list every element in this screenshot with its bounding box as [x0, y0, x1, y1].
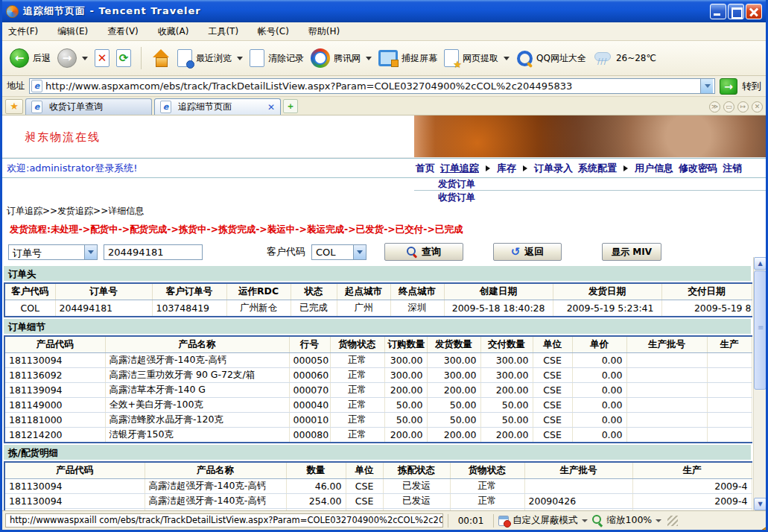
forward-button[interactable]: →	[57, 48, 88, 68]
chevron-down-icon[interactable]	[656, 519, 661, 522]
table-cell: 高露洁超强牙膏-140克-高钙	[145, 478, 286, 493]
block-mode-control[interactable]: 自定义屏蔽模式	[498, 514, 588, 527]
customer-code-select[interactable]: COL	[311, 244, 366, 260]
nav-item[interactable]: 首页	[416, 162, 435, 175]
zoom-control[interactable]: 缩放100%	[592, 514, 662, 527]
site-brand: 昶东物流在线	[25, 130, 101, 145]
stop-button[interactable]: ✕	[95, 49, 110, 67]
table-cell: 000060	[289, 367, 330, 382]
block-mode-icon	[498, 516, 509, 526]
chevron-down-icon[interactable]	[353, 245, 366, 259]
refresh-button[interactable]: ⟳	[116, 49, 131, 67]
table-cell: 高露洁蜂胶水晶牙膏-120克	[105, 412, 289, 427]
tab-track-detail[interactable]: e 追踪细节页面 ✕	[154, 98, 281, 115]
qq-nav-button[interactable]: QQ网址大全	[516, 50, 586, 66]
capture-screen-button[interactable]: 捕捉屏幕	[378, 50, 437, 66]
column-header: 状态	[291, 283, 337, 300]
menu-file[interactable]: 文件(F)	[8, 25, 38, 38]
vertical-scrollbar[interactable]: ▲ ▼	[753, 257, 766, 510]
tab-receive-order-query[interactable]: e 收货订单查询	[25, 98, 152, 115]
pick-detail-table: 产品代码产品名称数量单位拣配状态货物状态生产批号生产181130094高露洁超强…	[4, 461, 752, 511]
resize-grip[interactable]	[667, 516, 678, 526]
table-row: COL204494181103748419广州新仓已完成广州深圳2009-5-1…	[4, 300, 752, 317]
nav-item[interactable]: 注销	[723, 162, 742, 175]
scroll-down-icon[interactable]: ▼	[754, 498, 766, 510]
subnav-receive-orders[interactable]: 收货订单	[438, 191, 475, 203]
menu-view[interactable]: 查看(V)	[107, 25, 139, 38]
order-type-select[interactable]: 订单号	[8, 244, 98, 260]
window-list-icon[interactable]: ▭	[723, 101, 734, 113]
recent-history-button[interactable]: 最近浏览	[177, 49, 243, 67]
close-tab-icon[interactable]: ✕	[267, 102, 275, 113]
table-cell: CSE	[533, 367, 572, 382]
chevron-down-icon[interactable]	[582, 519, 588, 522]
table-cell: 50.00	[427, 412, 480, 427]
table-row: 181130094高露洁超强牙膏-140克-高钙46.00CSE已发运正常200…	[4, 478, 752, 493]
column-header: 订单号	[55, 283, 152, 300]
maximize-button[interactable]	[728, 4, 744, 19]
scroll-up-icon[interactable]: ▲	[754, 257, 766, 270]
dock-tab-icon[interactable]: ↦	[737, 101, 749, 113]
query-button[interactable]: 查询	[384, 243, 463, 261]
address-dropdown-button[interactable]	[700, 79, 713, 93]
menu-help[interactable]: 帮助(H)	[308, 25, 340, 38]
table-cell: 300.00	[286, 508, 346, 510]
stop-icon: ✕	[95, 49, 110, 67]
table-cell: 0.00	[572, 397, 626, 412]
table-cell: 2009-4	[632, 478, 752, 493]
minimize-button[interactable]	[710, 4, 726, 19]
back-button[interactable]: ← 后退	[10, 48, 51, 68]
table-cell: 0.00	[572, 427, 626, 443]
new-tab-button[interactable]: ＋	[283, 99, 298, 113]
menu-tools[interactable]: 工具(T)	[208, 25, 238, 38]
column-header: 交付日期	[661, 283, 752, 300]
table-cell: 181130094	[4, 478, 145, 493]
chevron-down-icon[interactable]	[84, 245, 97, 259]
return-button[interactable]: ↺ 返回	[493, 243, 562, 261]
table-cell: 200.00	[384, 427, 427, 443]
table-cell: 50.00	[384, 397, 427, 412]
table-cell: 高露洁草本牙膏-140 G	[105, 382, 289, 397]
nav-item[interactable]: 用户信息	[635, 162, 673, 175]
qq-site-button[interactable]: 腾讯网	[311, 48, 372, 68]
table-cell: 已发运	[383, 493, 450, 508]
nav-item[interactable]: 订单追踪	[440, 162, 479, 175]
weather-widget[interactable]: 26~28℃	[593, 50, 656, 66]
nav-item[interactable]: 修改密码	[679, 162, 717, 175]
qq-site-dropdown-icon[interactable]	[366, 57, 372, 60]
close-button[interactable]	[746, 4, 762, 19]
column-header: 起点城市	[337, 283, 390, 300]
table-cell: CSE	[533, 412, 572, 427]
table-cell: 181136092	[4, 508, 145, 510]
scrollbar-thumb[interactable]	[754, 270, 766, 390]
table-cell: 000040	[289, 397, 330, 412]
forward-dropdown-icon[interactable]	[82, 57, 88, 60]
column-header: 运作RDC	[226, 283, 291, 300]
menu-account[interactable]: 帐号(C)	[258, 25, 289, 38]
column-header: 生产批号	[626, 336, 707, 353]
order-header-table: 客户代码订单号客户订单号运作RDC状态起点城市终点城市创建日期发货日期交付日期C…	[4, 282, 752, 317]
menu-edit[interactable]: 编辑(E)	[57, 25, 88, 38]
show-miv-button[interactable]: 显示 MIV	[602, 243, 661, 261]
favorites-star-icon[interactable]: ★	[5, 99, 23, 114]
web-extract-dropdown-icon[interactable]	[504, 57, 510, 60]
chevron-double-down-icon[interactable]: ≫	[709, 101, 720, 113]
home-button[interactable]	[151, 49, 171, 67]
search-icon	[516, 50, 533, 66]
nav-item[interactable]: 订单录入	[534, 162, 573, 175]
order-number-input[interactable]	[104, 244, 203, 260]
status-url: http://wwwwaspxaill com/ebs/track/TrackD…	[5, 513, 443, 528]
column-header: 订购数量	[384, 336, 427, 353]
back-icon: ←	[10, 48, 29, 68]
nav-item[interactable]: 库存	[497, 162, 516, 175]
nav-item[interactable]: 系统配置	[578, 162, 617, 175]
clear-history-button[interactable]: 清除记录	[250, 49, 304, 67]
go-button[interactable]: →	[720, 78, 737, 95]
menu-favorites[interactable]: 收藏(A)	[158, 25, 189, 38]
close-all-icon[interactable]: ✕	[752, 101, 763, 113]
subnav-ship-orders[interactable]: 发货订单	[438, 178, 475, 189]
toolbar-separator	[141, 47, 142, 69]
web-extract-button[interactable]: ★ 网页提取	[444, 49, 510, 67]
address-input[interactable]: e http://www.aspxamcom/ebs/track/TrackDe…	[29, 78, 715, 94]
recent-dropdown-icon[interactable]	[237, 57, 243, 60]
